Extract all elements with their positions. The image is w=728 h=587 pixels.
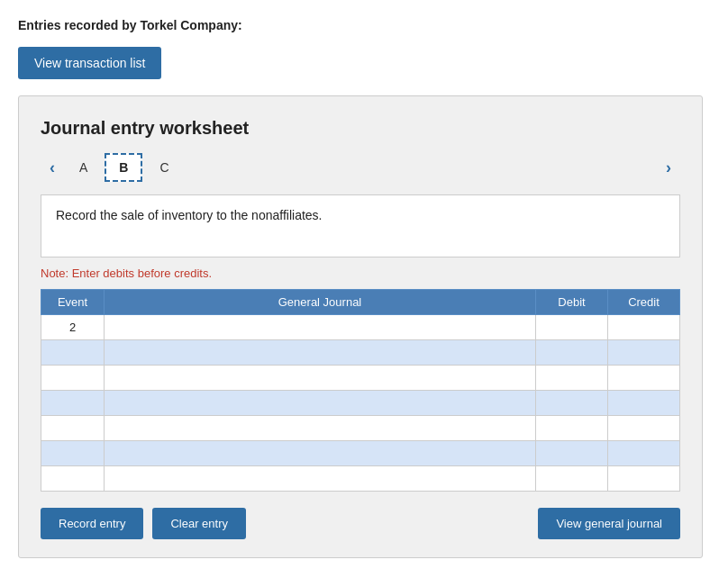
credit-input[interactable]: [608, 391, 679, 415]
event-cell: [41, 366, 105, 391]
table-row: [41, 466, 680, 492]
tab-prev-arrow[interactable]: ‹: [41, 155, 64, 181]
debit-input[interactable]: [536, 466, 607, 491]
journal-input[interactable]: [105, 441, 535, 465]
debit-input[interactable]: [536, 366, 607, 390]
debit-input-cell[interactable]: [536, 315, 608, 340]
event-cell: [41, 340, 105, 366]
credit-input-cell[interactable]: [608, 315, 680, 340]
debit-input[interactable]: [536, 441, 607, 465]
debit-input-cell[interactable]: [536, 391, 608, 416]
journal-input-cell[interactable]: [105, 416, 536, 441]
debit-input[interactable]: [536, 391, 607, 415]
event-cell: [41, 441, 105, 466]
tab-b[interactable]: B: [105, 153, 142, 182]
clear-entry-button[interactable]: Clear entry: [152, 508, 246, 539]
credit-input[interactable]: [608, 441, 679, 465]
table-row: [41, 441, 680, 466]
credit-input-cell[interactable]: [608, 466, 680, 492]
credit-input-cell[interactable]: [608, 366, 680, 391]
journal-input-cell[interactable]: [105, 340, 536, 366]
journal-input-cell[interactable]: [105, 315, 536, 340]
event-cell: [41, 391, 105, 416]
debit-input[interactable]: [536, 315, 607, 339]
tabs-row: ‹ A B C ›: [41, 153, 680, 182]
journal-input-cell[interactable]: [105, 366, 536, 391]
table-row: [41, 391, 680, 416]
view-general-journal-button[interactable]: View general journal: [538, 508, 680, 539]
credit-input[interactable]: [608, 340, 679, 365]
tab-next-arrow[interactable]: ›: [657, 155, 680, 181]
credit-input-cell[interactable]: [608, 340, 680, 366]
journal-input[interactable]: [105, 340, 535, 365]
debit-input-cell[interactable]: [536, 441, 608, 466]
credit-input-cell[interactable]: [608, 391, 680, 416]
journal-input[interactable]: [105, 366, 535, 390]
journal-input-cell[interactable]: [105, 391, 536, 416]
col-debit: Debit: [536, 290, 608, 315]
page-title: Entries recorded by Torkel Company:: [18, 18, 710, 32]
view-transaction-button[interactable]: View transaction list: [18, 47, 161, 79]
journal-input-cell[interactable]: [105, 466, 536, 492]
event-cell: 2: [41, 315, 105, 340]
journal-input[interactable]: [105, 416, 535, 440]
col-credit: Credit: [608, 290, 680, 315]
record-entry-button[interactable]: Record entry: [41, 508, 143, 539]
journal-input-cell[interactable]: [105, 441, 536, 466]
table-row: 2: [41, 315, 680, 340]
credit-input-cell[interactable]: [608, 416, 680, 441]
credit-input[interactable]: [608, 466, 679, 491]
note-text: Note: Enter debits before credits.: [41, 266, 680, 280]
debit-input[interactable]: [536, 416, 607, 440]
credit-input-cell[interactable]: [608, 441, 680, 466]
tab-a[interactable]: A: [66, 154, 101, 181]
table-row: [41, 340, 680, 366]
debit-input[interactable]: [536, 340, 607, 365]
table-row: [41, 416, 680, 441]
col-journal: General Journal: [105, 290, 536, 315]
debit-input-cell[interactable]: [536, 416, 608, 441]
journal-table: Event General Journal Debit Credit 2: [41, 289, 680, 492]
credit-input[interactable]: [608, 366, 679, 390]
debit-input-cell[interactable]: [536, 366, 608, 391]
col-event: Event: [41, 290, 105, 315]
table-row: [41, 366, 680, 391]
instruction-box: Record the sale of inventory to the nona…: [41, 194, 680, 257]
worksheet-container: Journal entry worksheet ‹ A B C › Record…: [18, 95, 703, 558]
journal-input[interactable]: [105, 315, 535, 339]
event-cell: [41, 466, 105, 492]
debit-input-cell[interactable]: [536, 340, 608, 366]
credit-input[interactable]: [608, 416, 679, 440]
event-cell: [41, 416, 105, 441]
credit-input[interactable]: [608, 315, 679, 339]
journal-input[interactable]: [105, 391, 535, 415]
actions-row: Record entry Clear entry View general jo…: [41, 508, 680, 539]
worksheet-title: Journal entry worksheet: [41, 118, 680, 139]
debit-input-cell[interactable]: [536, 466, 608, 492]
journal-input[interactable]: [105, 466, 535, 491]
tab-c[interactable]: C: [146, 154, 182, 181]
